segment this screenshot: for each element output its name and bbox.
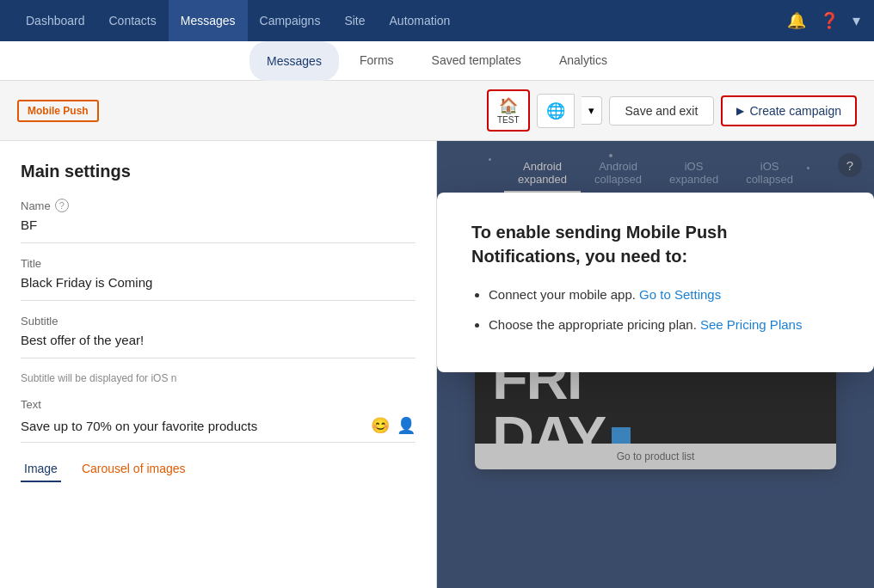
sub-nav-analytics[interactable]: Analytics xyxy=(542,41,625,81)
text-field-group: Text Save up to 70% on your favorite pro… xyxy=(21,398,415,443)
help-icon[interactable]: ❓ xyxy=(820,11,839,30)
title-value: Black Friday is Coming xyxy=(21,275,415,301)
subtitle-field-group: Subtitle Best offer of the year! Subtitl… xyxy=(21,315,415,384)
nav-item-campaigns[interactable]: Campaigns xyxy=(248,0,333,41)
carousel-tab[interactable]: Carousel of images xyxy=(78,456,189,482)
name-value: BF xyxy=(21,217,415,243)
save-exit-button[interactable]: Save and exit xyxy=(609,96,715,126)
sub-nav-messages[interactable]: Messages xyxy=(249,41,339,81)
left-panel: Main settings Name ? BF Title Black Frid… xyxy=(0,141,437,588)
modal-overlay: To enable sending Mobile Push Notificati… xyxy=(437,141,874,588)
sub-nav-forms[interactable]: Forms xyxy=(342,41,411,81)
emoji-icon[interactable]: 😊 xyxy=(371,416,390,435)
toolbar: Mobile Push 🏠 TEST 🌐 ▾ Save and exit ▶ C… xyxy=(0,81,874,141)
step2-text: Choose the appropriate pricing plan. xyxy=(489,317,697,332)
nav-item-messages[interactable]: Messages xyxy=(169,0,248,41)
bell-icon[interactable]: 🔔 xyxy=(787,11,806,30)
play-icon: ▶ xyxy=(736,105,744,117)
nav-item-site[interactable]: Site xyxy=(332,0,377,41)
step1-text: Connect your mobile app. xyxy=(489,287,636,302)
modal-step-1: Connect your mobile app. Go to Settings xyxy=(489,285,840,305)
nav-item-contacts[interactable]: Contacts xyxy=(97,0,169,41)
main-content: Main settings Name ? BF Title Black Frid… xyxy=(0,141,874,588)
language-dropdown-button[interactable]: ▾ xyxy=(582,96,602,125)
name-field-group: Name ? BF xyxy=(21,199,415,243)
subtitle-value: Best offer of the year! xyxy=(21,333,415,358)
name-help-icon[interactable]: ? xyxy=(55,199,69,212)
right-panel: ? Android expanded Android collapsed iOS… xyxy=(437,141,874,588)
title-field-group: Title Black Friday is Coming xyxy=(21,257,415,301)
modal-steps-list: Connect your mobile app. Go to Settings … xyxy=(471,285,840,334)
image-tab[interactable]: Image xyxy=(21,456,61,482)
create-campaign-label: Create campaign xyxy=(749,104,841,118)
subtitle-note: Subtitle will be displayed for iOS n xyxy=(21,372,415,384)
house-icon: 🏠 xyxy=(499,96,518,115)
modal-step-2: Choose the appropriate pricing plan. See… xyxy=(489,315,840,335)
see-pricing-plans-link[interactable]: See Pricing Plans xyxy=(700,317,802,332)
globe-icon: 🌐 xyxy=(546,102,565,119)
person-icon[interactable]: 👤 xyxy=(397,416,415,435)
sub-nav-saved-templates[interactable]: Saved templates xyxy=(415,41,539,81)
nav-item-dashboard[interactable]: Dashboard xyxy=(14,0,97,41)
name-label: Name xyxy=(21,199,51,212)
enable-push-modal: To enable sending Mobile Push Notificati… xyxy=(437,193,874,372)
text-label: Text xyxy=(21,398,41,411)
go-to-settings-link[interactable]: Go to Settings xyxy=(639,287,721,302)
title-label: Title xyxy=(21,257,41,270)
text-value: Save up to 70% on your favorite products xyxy=(21,419,371,433)
image-tabs: Image Carousel of images xyxy=(21,456,415,482)
test-label: TEST xyxy=(497,115,520,125)
globe-button[interactable]: 🌐 xyxy=(537,94,575,128)
top-navigation: Dashboard Contacts Messages Campaigns Si… xyxy=(0,0,874,41)
profile-dropdown-icon[interactable]: ▾ xyxy=(852,11,860,30)
test-button[interactable]: 🏠 TEST xyxy=(487,89,530,132)
create-campaign-button[interactable]: ▶ Create campaign xyxy=(721,95,857,126)
subtitle-label: Subtitle xyxy=(21,315,58,328)
nav-item-automation[interactable]: Automation xyxy=(378,0,463,41)
sub-navigation: Messages Forms Saved templates Analytics xyxy=(0,41,874,81)
modal-title: To enable sending Mobile Push Notificati… xyxy=(471,220,840,268)
chevron-down-icon: ▾ xyxy=(588,104,594,117)
section-title: Main settings xyxy=(21,162,415,181)
mobile-push-badge: Mobile Push xyxy=(17,100,99,122)
